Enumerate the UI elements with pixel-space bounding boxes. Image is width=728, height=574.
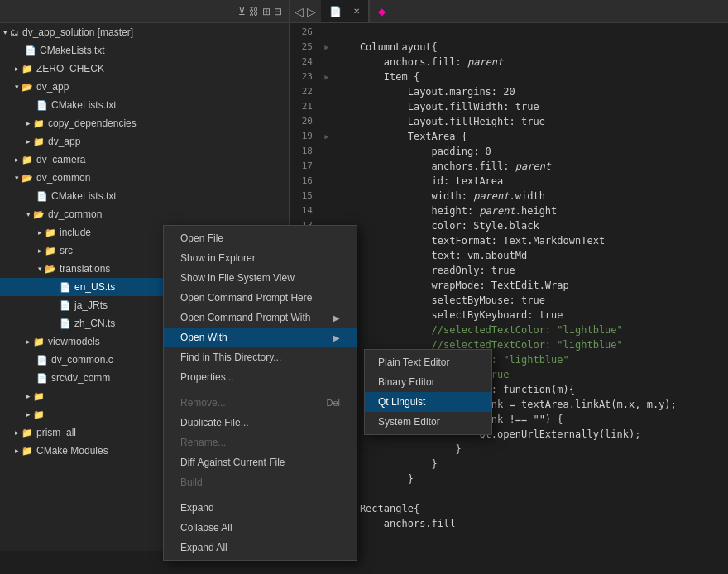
line-content: selectByKeyboard: true bbox=[333, 308, 563, 323]
tree-item[interactable]: ▸📁dv_app bbox=[0, 132, 289, 151]
menu-item[interactable]: Expand bbox=[164, 498, 357, 518]
folder-icon: 📁 bbox=[33, 136, 45, 147]
code-line: 15 width: parent.width bbox=[290, 189, 728, 203]
tree-item[interactable]: ▾🗂dv_app_solution [master] bbox=[0, 23, 289, 41]
file-icon: 📄 bbox=[60, 282, 71, 293]
folder-open-icon: 📂 bbox=[45, 264, 56, 275]
folder-open-icon: 📂 bbox=[22, 82, 33, 93]
tree-item-label: dv_camera bbox=[36, 154, 85, 165]
submenu-item[interactable]: System Editor bbox=[365, 412, 491, 432]
arrow-right-icon: ▸ bbox=[15, 65, 19, 73]
file-icon: 📄 bbox=[25, 45, 36, 56]
menu-item[interactable]: Show in Explorer bbox=[164, 248, 357, 268]
tree-item[interactable]: 📄CMakeLists.txt bbox=[0, 96, 289, 114]
tree-item-label: viewmodels bbox=[48, 336, 100, 347]
minus-icon[interactable]: ⊟ bbox=[274, 6, 282, 17]
menu-item[interactable]: Open File bbox=[164, 228, 357, 248]
tree-item[interactable]: ▾📂dv_app bbox=[0, 78, 289, 96]
menu-item[interactable]: Open Command Prompt With▶ bbox=[164, 308, 357, 328]
menu-item[interactable]: Build bbox=[164, 472, 357, 492]
menu-item[interactable]: Open Command Prompt Here bbox=[164, 288, 357, 308]
menu-item[interactable]: Diff Against Current File bbox=[164, 452, 357, 472]
menu-item[interactable]: Show in File System View bbox=[164, 268, 357, 288]
menu-item-label: Show in Explorer bbox=[180, 252, 256, 264]
menu-item[interactable]: Remove...Del bbox=[164, 393, 357, 413]
submenu-item[interactable]: Plain Text Editor bbox=[365, 352, 491, 372]
folder-icon: 📁 bbox=[33, 391, 45, 402]
file-icon: 📄 bbox=[60, 318, 71, 329]
arrow-right-icon: ▸ bbox=[26, 410, 31, 419]
add-icon[interactable]: ⊞ bbox=[262, 6, 271, 17]
submenu-open-with: Plain Text EditorBinary EditorQt Linguis… bbox=[364, 349, 492, 435]
submenu-item[interactable]: Qt Linguist bbox=[365, 392, 491, 412]
menu-item[interactable]: Duplicate File... bbox=[164, 413, 357, 433]
link-icon[interactable]: ⛓ bbox=[249, 6, 259, 17]
tree-item[interactable]: ▸📁dv_camera bbox=[0, 151, 289, 169]
line-number: 20 bbox=[290, 114, 321, 129]
line-number: 14 bbox=[290, 203, 321, 218]
tab-close-icon[interactable]: ✕ bbox=[353, 7, 360, 16]
arrow-down-icon: ▾ bbox=[26, 210, 31, 218]
tree-item[interactable]: 📄CMakeLists.txt bbox=[0, 187, 289, 205]
submenu-item-label: Plain Text Editor bbox=[378, 356, 450, 368]
line-content: height: parent.height bbox=[333, 203, 557, 218]
tab-about-dialog[interactable]: 📄 ✕ bbox=[321, 0, 369, 22]
menu-item-label: Diff Against Current File bbox=[180, 457, 285, 468]
tree-item-label: translations bbox=[60, 263, 110, 275]
line-number: 23 bbox=[290, 69, 321, 84]
menu-item-label: Open File bbox=[180, 232, 223, 244]
arrow-right-icon: ▸ bbox=[26, 137, 31, 146]
tree-item[interactable]: 📄CMakeLists.txt bbox=[0, 41, 289, 60]
folder-icon: 📁 bbox=[22, 64, 33, 74]
folder-icon: 📁 bbox=[22, 428, 33, 438]
menu-item[interactable]: Properties... bbox=[164, 367, 357, 387]
menu-item[interactable]: Expand All bbox=[164, 538, 357, 557]
folder-icon: 📁 bbox=[33, 337, 45, 347]
menu-item[interactable]: Rename... bbox=[164, 433, 357, 452]
arrow-right-icon: ▸ bbox=[15, 447, 19, 455]
line-content: Layout.fillHeight: true bbox=[333, 114, 545, 129]
line-number: 25 bbox=[290, 40, 321, 55]
tree-item-label: include bbox=[60, 227, 91, 238]
menu-item[interactable]: Find in This Directory... bbox=[164, 347, 357, 367]
arrow-right-icon: ▸ bbox=[26, 119, 31, 127]
line-content: readOnly: true bbox=[333, 263, 515, 278]
tree-item[interactable]: ▸📁copy_dependencies bbox=[0, 114, 289, 132]
filter-icon[interactable]: ⊻ bbox=[238, 6, 246, 17]
nav-fwd-icon[interactable]: ▷ bbox=[307, 5, 316, 18]
nav-back-icon[interactable]: ◁ bbox=[295, 5, 304, 18]
submenu-item[interactable]: Binary Editor bbox=[365, 372, 491, 392]
folder-icon: 📁 bbox=[33, 409, 45, 420]
menu-separator bbox=[164, 495, 357, 495]
menu-item[interactable]: Collapse All bbox=[164, 518, 357, 538]
menu-item-label: Remove... bbox=[180, 397, 226, 409]
tree-item-label: en_US.ts bbox=[74, 281, 115, 293]
folder-icon: 📁 bbox=[45, 246, 56, 256]
menu-item-label: Open Command Prompt Here bbox=[180, 292, 312, 304]
line-content: padding: 0 bbox=[333, 144, 491, 159]
arrow-right-icon: ▸ bbox=[38, 246, 42, 255]
tree-item-label: CMakeLists.txt bbox=[51, 190, 117, 202]
tree-item[interactable]: ▸📁ZERO_CHECK bbox=[0, 60, 289, 78]
menu-item-label: Find in This Directory... bbox=[180, 352, 281, 363]
menu-item-label: Properties... bbox=[180, 371, 234, 383]
line-number: 26 bbox=[290, 25, 321, 40]
folder-icon: 📁 bbox=[33, 118, 45, 129]
tab-on-released[interactable]: ◆ bbox=[370, 0, 399, 22]
bookmark-icon: ◆ bbox=[378, 6, 386, 17]
line-content: Layout.fillWidth: true bbox=[333, 99, 539, 114]
code-line: 14 height: parent.height bbox=[290, 203, 728, 218]
code-line: 25▶ ColumnLayout{ bbox=[290, 40, 728, 55]
tree-item-label: src\dv_comm bbox=[51, 372, 110, 384]
code-line: 18 padding: 0 bbox=[290, 144, 728, 159]
tree-item-label: dv_common bbox=[48, 208, 102, 220]
menu-separator bbox=[164, 390, 357, 390]
tree-item[interactable]: ▾📂dv_common bbox=[0, 169, 289, 187]
line-number: 19 bbox=[290, 129, 321, 144]
line-number: 15 bbox=[290, 189, 321, 203]
submenu-arrow-icon: ▶ bbox=[333, 313, 340, 323]
menu-item[interactable]: Open With▶ bbox=[164, 328, 357, 347]
menu-item-label: Show in File System View bbox=[180, 272, 295, 284]
code-line: 20 Layout.fillHeight: true bbox=[290, 114, 728, 129]
tree-item[interactable]: ▾📂dv_common bbox=[0, 205, 289, 223]
